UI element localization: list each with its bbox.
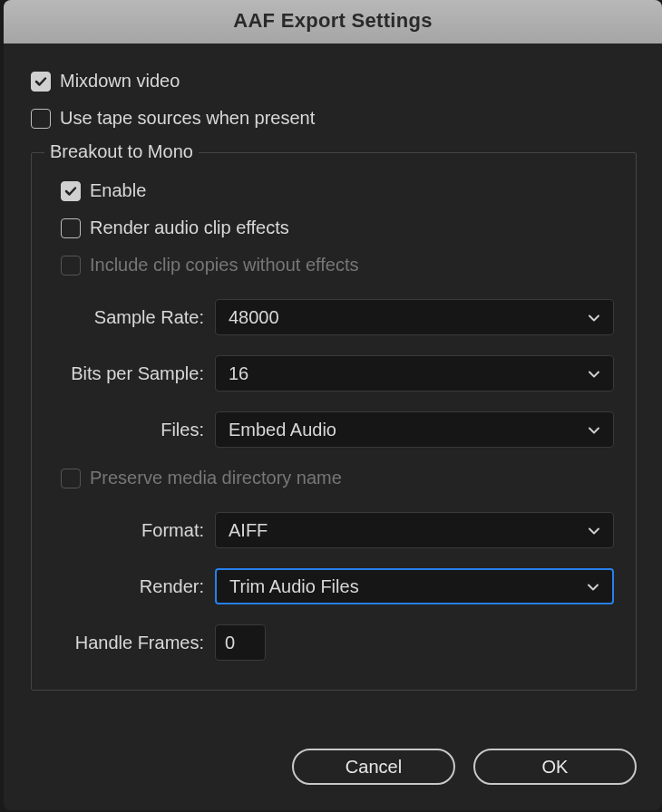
chevron-down-icon [588,520,600,541]
bits-per-sample-value: 16 [229,363,248,384]
dialog-footer: Cancel OK [4,712,662,810]
bits-per-sample-label: Bits per Sample: [61,363,215,384]
handle-frames-input[interactable]: 0 [215,624,266,661]
chevron-down-icon [588,363,600,384]
format-label: Format: [61,520,215,541]
cancel-button[interactable]: Cancel [292,749,455,785]
preserve-media-dir-label: Preserve media directory name [90,468,342,488]
breakout-legend: Breakout to Mono [44,141,199,162]
enable-checkbox[interactable] [61,181,81,201]
format-select[interactable]: AIFF [215,512,614,548]
render-audio-effects-checkbox[interactable] [61,218,81,238]
aaf-export-dialog: AAF Export Settings Mixdown video Use ta… [4,0,662,810]
mixdown-video-label: Mixdown video [60,71,180,92]
sample-rate-select[interactable]: 48000 [215,299,614,335]
format-value: AIFF [229,520,268,541]
bits-per-sample-select[interactable]: 16 [215,355,614,392]
files-value: Embed Audio [229,420,336,440]
chevron-down-icon [587,576,599,597]
chevron-down-icon [588,420,600,440]
files-select[interactable]: Embed Audio [215,411,614,448]
render-value: Trim Audio Files [229,576,359,597]
use-tape-sources-checkbox[interactable] [31,109,51,129]
files-label: Files: [61,420,215,440]
breakout-fieldset: Breakout to Mono Enable Render audio cli… [31,152,637,691]
sample-rate-label: Sample Rate: [61,307,215,328]
use-tape-sources-label: Use tape sources when present [60,108,315,129]
handle-frames-value: 0 [225,633,235,653]
chevron-down-icon [588,307,600,328]
render-audio-effects-label: Render audio clip effects [90,218,289,238]
render-select[interactable]: Trim Audio Files [215,568,614,604]
mixdown-video-checkbox[interactable] [31,72,51,92]
dialog-title: AAF Export Settings [4,0,662,44]
check-icon [63,184,78,198]
sample-rate-value: 48000 [229,307,279,328]
dialog-content: Mixdown video Use tape sources when pres… [4,44,662,712]
render-label: Render: [61,576,215,597]
handle-frames-label: Handle Frames: [61,633,215,653]
include-clip-copies-label: Include clip copies without effects [90,255,358,276]
ok-button[interactable]: OK [473,749,637,785]
check-icon [34,74,48,89]
preserve-media-dir-checkbox [61,469,81,488]
enable-label: Enable [90,180,146,201]
include-clip-copies-checkbox [61,256,81,276]
